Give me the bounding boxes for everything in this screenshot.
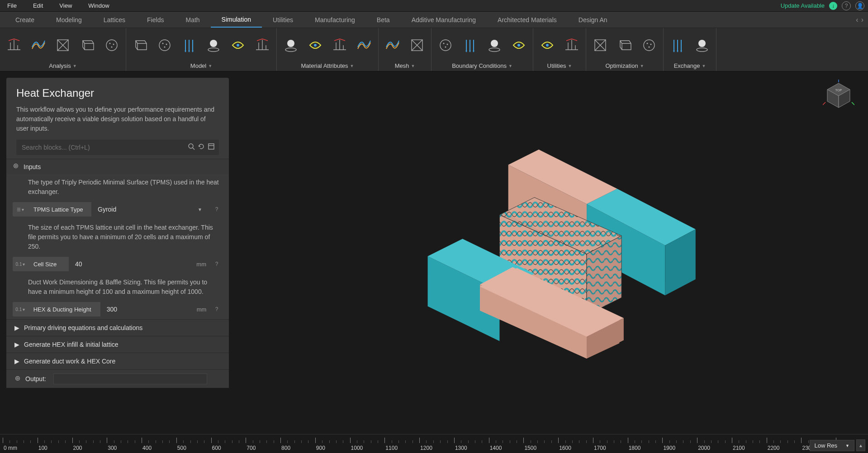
ribbon-tool-icon[interactable] bbox=[131, 36, 150, 55]
tab-math[interactable]: Math bbox=[175, 12, 210, 28]
collapsed-section[interactable]: ▶Primary driving equations and calculati… bbox=[6, 319, 229, 336]
tpms-dropdown[interactable]: Gyroid▼ bbox=[91, 202, 211, 217]
tpms-description: The type of Triply Periodic Minimal Surf… bbox=[6, 174, 229, 202]
help-icon[interactable]: ? bbox=[842, 1, 851, 10]
layout-icon[interactable] bbox=[206, 143, 216, 152]
ribbon-tool-icon[interactable] bbox=[102, 36, 121, 55]
ribbon-tool-icon[interactable] bbox=[53, 36, 72, 55]
ribbon-group-label[interactable]: Exchange▼ bbox=[668, 61, 711, 71]
svg-point-19 bbox=[237, 44, 239, 47]
ribbon-tool-icon[interactable] bbox=[29, 36, 48, 55]
menu-view[interactable]: View bbox=[56, 2, 76, 9]
svg-point-3 bbox=[106, 40, 117, 51]
ribbon-tool-icon[interactable] bbox=[615, 36, 634, 55]
ribbon-tool-icon[interactable] bbox=[668, 36, 687, 55]
ribbon-tool-icon[interactable] bbox=[78, 36, 97, 55]
ribbon-tool-icon[interactable] bbox=[408, 36, 427, 55]
tab-simulation[interactable]: Simulation bbox=[211, 12, 262, 28]
update-download-icon[interactable]: ↓ bbox=[829, 2, 837, 10]
category-tabstrip: CreateModelingLatticesFieldsMathSimulati… bbox=[0, 12, 868, 28]
tab-lattices[interactable]: Lattices bbox=[93, 12, 136, 28]
tab-architected-materials[interactable]: Architected Materials bbox=[487, 12, 568, 28]
tab-scroll-right[interactable]: › bbox=[860, 16, 864, 24]
tab-utilities[interactable]: Utilities bbox=[262, 12, 304, 28]
svg-line-90 bbox=[823, 102, 825, 105]
svg-point-39 bbox=[546, 44, 549, 47]
tab-fields[interactable]: Fields bbox=[136, 12, 175, 28]
ribbon-tool-icon[interactable] bbox=[253, 36, 272, 55]
height-input[interactable] bbox=[100, 302, 192, 316]
output-field[interactable] bbox=[53, 373, 207, 384]
svg-point-20 bbox=[287, 40, 294, 47]
resolution-select[interactable]: Low Res▼ bbox=[810, 440, 855, 451]
ribbon-group-label[interactable]: Mesh▼ bbox=[383, 61, 427, 71]
tab-create[interactable]: Create bbox=[5, 12, 45, 28]
update-available-label[interactable]: Update Available bbox=[781, 2, 825, 9]
ribbon-tool-icon[interactable] bbox=[355, 36, 374, 55]
svg-marker-35 bbox=[473, 51, 474, 52]
tab-modeling[interactable]: Modeling bbox=[45, 12, 93, 28]
ribbon-tool-icon[interactable] bbox=[383, 36, 402, 55]
collapsed-section[interactable]: ▶Generate HEX infill & initial lattice bbox=[6, 336, 229, 353]
ribbon-group-label[interactable]: Material Attributes▼ bbox=[281, 61, 374, 71]
refresh-icon[interactable] bbox=[196, 143, 206, 152]
ribbon-group-label[interactable]: Boundary Conditions▼ bbox=[436, 61, 528, 71]
ribbon-tool-icon[interactable] bbox=[306, 36, 325, 55]
ruler-tick-label: 2200 bbox=[768, 445, 780, 451]
gear-icon bbox=[13, 163, 19, 170]
ribbon-group-label[interactable]: Model▼ bbox=[131, 61, 272, 71]
ribbon-tool-icon[interactable] bbox=[228, 36, 247, 55]
ribbon-tool-icon[interactable] bbox=[693, 36, 711, 55]
ribbon-tool-icon[interactable] bbox=[460, 36, 479, 55]
ribbon-tool-icon[interactable] bbox=[155, 36, 174, 55]
ribbon-tool-icon[interactable] bbox=[5, 36, 24, 55]
inputs-section-header[interactable]: Inputs bbox=[6, 159, 229, 174]
tab-manufacturing[interactable]: Manufacturing bbox=[304, 12, 366, 28]
ribbon-tool-icon[interactable] bbox=[562, 36, 581, 55]
tab-scroll-left[interactable]: ‹ bbox=[855, 16, 859, 24]
cellsize-input[interactable] bbox=[69, 257, 192, 271]
svg-point-61 bbox=[16, 376, 20, 380]
menu-file[interactable]: File bbox=[4, 2, 20, 9]
ribbon-tool-icon[interactable] bbox=[180, 36, 199, 55]
collapse-ruler-button[interactable]: ▲ bbox=[856, 439, 865, 451]
ribbon-tool-icon[interactable] bbox=[591, 36, 610, 55]
ribbon-tool-icon[interactable] bbox=[640, 36, 659, 55]
svg-point-53 bbox=[698, 40, 706, 47]
numeric-handle-icon[interactable]: 0.1 ▾ bbox=[13, 302, 28, 316]
ribbon-group-label[interactable]: Utilities▼ bbox=[538, 61, 581, 71]
ribbon-tool-icon[interactable] bbox=[281, 36, 300, 55]
collapsed-section[interactable]: ▶Generate duct work & HEX Core bbox=[6, 353, 229, 369]
svg-point-27 bbox=[443, 43, 445, 44]
3d-viewport[interactable]: TOP bbox=[235, 71, 868, 434]
svg-marker-50 bbox=[673, 51, 675, 52]
ruler-tick-label: 1000 bbox=[351, 445, 363, 451]
svg-rect-57 bbox=[209, 144, 214, 149]
tab-beta[interactable]: Beta bbox=[366, 12, 401, 28]
svg-point-6 bbox=[111, 47, 113, 48]
svg-point-26 bbox=[440, 40, 451, 51]
view-cube[interactable]: TOP bbox=[823, 80, 854, 111]
help-icon[interactable]: ? bbox=[211, 257, 223, 271]
help-icon[interactable]: ? bbox=[211, 202, 223, 217]
tab-additive-manufacturing[interactable]: Additive Manufacturing bbox=[401, 12, 487, 28]
ribbon-tool-icon[interactable] bbox=[509, 36, 528, 55]
ribbon-tool-icon[interactable] bbox=[538, 36, 557, 55]
list-handle-icon[interactable]: ☰ ▾ bbox=[13, 202, 28, 217]
ribbon-tool-icon[interactable] bbox=[436, 36, 455, 55]
tab-design-an[interactable]: Design An bbox=[568, 12, 618, 28]
menu-edit[interactable]: Edit bbox=[29, 2, 47, 9]
ribbon-group-label[interactable]: Analysis▼ bbox=[5, 61, 121, 71]
svg-point-7 bbox=[159, 40, 170, 51]
ribbon-tool-icon[interactable] bbox=[485, 36, 504, 55]
numeric-handle-icon[interactable]: 0.1 ▾ bbox=[13, 257, 28, 271]
search-input[interactable] bbox=[19, 141, 186, 154]
help-icon[interactable]: ? bbox=[211, 302, 223, 316]
ribbon-toolbar: Analysis▼Model▼Material Attributes▼Mesh▼… bbox=[0, 28, 868, 71]
ribbon-group-label[interactable]: Optimization▼ bbox=[591, 61, 659, 71]
menu-window[interactable]: Window bbox=[85, 2, 113, 9]
ribbon-tool-icon[interactable] bbox=[330, 36, 349, 55]
user-icon[interactable]: 👤 bbox=[855, 1, 864, 10]
ribbon-tool-icon[interactable] bbox=[204, 36, 223, 55]
search-icon[interactable] bbox=[186, 143, 196, 152]
